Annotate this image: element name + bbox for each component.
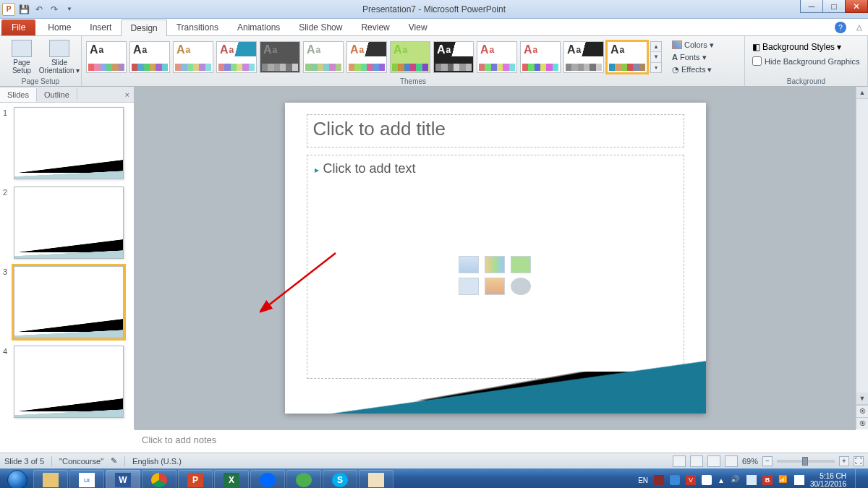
language-indicator[interactable]: English (U.S.) (132, 457, 182, 466)
theme-thumbnail[interactable]: Aa (303, 41, 344, 73)
qat-more-icon[interactable]: ▼ (63, 3, 76, 16)
tab-home[interactable]: Home (38, 19, 80, 35)
tab-view[interactable]: View (399, 19, 437, 35)
current-slide[interactable]: Click to add title ▸Click to add text (285, 103, 706, 414)
scroll-up-icon[interactable]: ▲ (856, 87, 868, 99)
themes-row-up-icon[interactable]: ▲ (651, 42, 661, 52)
tab-slides[interactable]: Slides (0, 88, 37, 102)
theme-thumbnail[interactable]: Aa (390, 41, 430, 73)
taskbar-clock[interactable]: 5:16 CH 30/12/2016 (810, 472, 846, 488)
slide-thumbnail[interactable] (14, 346, 124, 418)
theme-thumbnail[interactable]: Aa (563, 41, 604, 73)
zoom-in-button[interactable]: + (839, 456, 849, 466)
themes-more-button[interactable]: ▲ ▼ ▾ (650, 41, 662, 73)
taskbar-chrome[interactable] (142, 470, 176, 488)
page-setup-button[interactable]: Page Setup (4, 38, 39, 76)
tray-flag-icon[interactable] (794, 475, 804, 485)
collapse-ribbon-icon[interactable]: △ (856, 23, 862, 31)
tab-animations[interactable]: Animations (228, 19, 289, 35)
tray-language[interactable]: EN (638, 476, 648, 484)
file-tab[interactable]: File (1, 20, 35, 35)
fit-to-window-button[interactable]: ⛶ (854, 456, 864, 466)
next-slide-icon[interactable]: ⦿ (856, 417, 868, 429)
insert-chart-icon[interactable] (485, 256, 505, 273)
close-button[interactable]: ✕ (845, 0, 868, 13)
show-desktop-button[interactable] (855, 469, 862, 488)
fonts-dropdown[interactable]: AFonts ▾ (669, 51, 717, 64)
taskbar-coccoc[interactable] (286, 470, 321, 488)
prev-slide-icon[interactable]: ⦿ (856, 405, 868, 417)
theme-thumbnail[interactable]: Aa (433, 41, 474, 73)
slideshow-view-button[interactable] (725, 455, 738, 467)
scroll-track[interactable] (856, 99, 868, 393)
tab-design[interactable]: Design (121, 20, 166, 36)
tab-transitions[interactable]: Transitions (167, 19, 228, 35)
help-icon[interactable]: ? (835, 22, 846, 33)
theme-thumbnail[interactable]: Aa (477, 41, 517, 73)
tray-icon[interactable] (654, 475, 664, 485)
tab-review[interactable]: Review (352, 19, 399, 35)
insert-clipart-icon[interactable] (485, 278, 505, 295)
tab-insert[interactable]: Insert (80, 19, 121, 35)
themes-expand-icon[interactable]: ▾ (651, 63, 661, 72)
hide-background-checkbox[interactable]: Hide Background Graphics (749, 55, 862, 67)
tray-expand-icon[interactable]: ▲ (718, 476, 725, 484)
theme-thumbnail[interactable]: Aa (173, 41, 213, 73)
insert-media-icon[interactable] (511, 278, 531, 295)
theme-thumbnail[interactable]: Aa (346, 41, 387, 73)
background-styles-dropdown[interactable]: ◧Background Styles ▾ (749, 40, 844, 53)
tray-network-icon[interactable]: 📶 (778, 475, 788, 485)
notes-pane[interactable]: Click to add notes (135, 429, 856, 453)
start-button[interactable] (3, 469, 32, 488)
reading-view-button[interactable] (707, 455, 720, 467)
minimize-button[interactable]: ─ (800, 0, 823, 13)
effects-dropdown[interactable]: ◔Effects ▾ (669, 64, 717, 76)
tray-icon[interactable] (702, 475, 712, 485)
theme-thumbnail[interactable]: Aa (129, 41, 170, 73)
zoom-out-button[interactable]: − (762, 456, 773, 466)
zoom-slider[interactable] (777, 460, 835, 463)
tray-icon[interactable]: B (762, 475, 773, 485)
zoom-percent[interactable]: 69% (742, 457, 758, 466)
taskbar-zalo[interactable] (250, 470, 285, 488)
tray-icon[interactable] (746, 475, 757, 485)
undo-icon[interactable]: ↶ (33, 3, 46, 16)
close-panel-icon[interactable]: × (121, 90, 134, 99)
insert-picture-icon[interactable] (459, 278, 479, 295)
vertical-scrollbar[interactable]: ▲ ▼ ⦿ ⦿ (856, 87, 868, 429)
taskbar-explorer[interactable] (33, 470, 68, 488)
taskbar-powerpoint[interactable]: P (178, 470, 213, 488)
save-icon[interactable]: 💾 (17, 3, 30, 16)
tab-outline[interactable]: Outline (37, 88, 77, 101)
slide-thumbnail[interactable] (14, 107, 124, 179)
sorter-view-button[interactable] (690, 455, 703, 467)
tab-slide-show[interactable]: Slide Show (289, 19, 352, 35)
maximize-button[interactable]: □ (822, 0, 846, 13)
hide-background-input[interactable] (752, 56, 762, 66)
themes-row-down-icon[interactable]: ▼ (651, 52, 661, 62)
colors-dropdown[interactable]: Colors ▾ (669, 39, 717, 51)
theme-thumbnail[interactable]: Aa (216, 41, 257, 73)
zoom-thumb[interactable] (802, 457, 808, 466)
scroll-down-icon[interactable]: ▼ (856, 393, 868, 405)
spellcheck-icon[interactable]: ✎ (111, 456, 117, 466)
redo-icon[interactable]: ↷ (48, 3, 61, 16)
insert-table-icon[interactable] (459, 256, 479, 273)
tray-icon[interactable]: V (686, 475, 696, 485)
insert-smartart-icon[interactable] (511, 256, 531, 273)
theme-thumbnail[interactable]: Aa (86, 41, 127, 73)
tray-volume-icon[interactable]: 🔊 (731, 475, 741, 485)
taskbar-excel[interactable]: X (214, 470, 249, 488)
theme-thumbnail[interactable]: Aa (260, 41, 300, 73)
slide-thumbnail[interactable] (14, 266, 124, 338)
taskbar-paint[interactable] (359, 470, 393, 488)
theme-thumbnail[interactable]: Aa (607, 41, 647, 73)
content-placeholder[interactable]: ▸Click to add text (307, 155, 684, 379)
app-icon[interactable]: P (2, 3, 15, 16)
normal-view-button[interactable] (673, 455, 686, 467)
taskbar-word[interactable]: W (106, 470, 140, 488)
taskbar-skype[interactable]: S (323, 470, 357, 488)
taskbar-unikey[interactable]: UI (69, 470, 104, 488)
title-placeholder[interactable]: Click to add title (307, 114, 684, 147)
slide-thumbnail[interactable] (14, 187, 124, 259)
